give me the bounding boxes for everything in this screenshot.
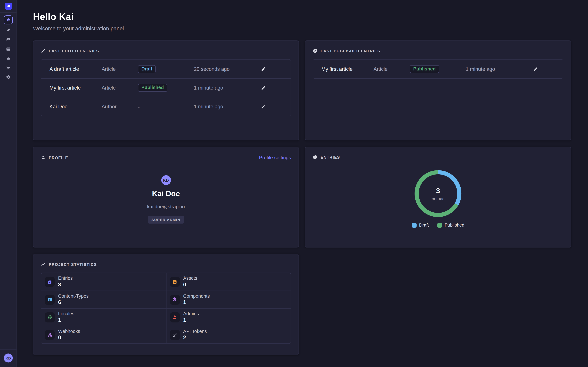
globe-icon (45, 312, 55, 322)
card-header: LAST EDITED ENTRIES (41, 48, 291, 53)
status-empty: - (138, 104, 140, 109)
page-subtitle: Welcome to your administration panel (33, 25, 571, 32)
published-color-chip (437, 223, 442, 227)
page-title: Hello Kai (33, 11, 571, 22)
table-row[interactable]: My first article Article Published 1 min… (313, 59, 563, 78)
edit-entry-button[interactable] (533, 67, 538, 71)
stat-label: Admins (183, 311, 199, 317)
cart-icon (6, 65, 11, 70)
entries-card: ENTRIES 3 entries (305, 147, 571, 248)
strapi-logo-icon[interactable] (5, 3, 12, 10)
stat-value: 0 (58, 334, 80, 341)
edit-entry-button[interactable] (261, 85, 266, 90)
status-badge: Published (138, 84, 167, 92)
card-title: ENTRIES (321, 155, 340, 159)
entries-donut-chart: 3 entries (414, 170, 462, 217)
profile-name: Kai Doe (152, 190, 180, 198)
sidebar-item-deploy[interactable] (4, 53, 13, 63)
pencil-icon (41, 48, 46, 53)
entries-count: 3 (436, 187, 440, 195)
card-header: PROJECT STATISTICS (41, 262, 291, 267)
entry-kind: Article (102, 66, 138, 72)
card-title: LAST PUBLISHED ENTRIES (321, 49, 380, 53)
legend-item-published: Published (437, 223, 464, 228)
entry-kind: Article (102, 85, 138, 91)
stat-components: Components 1 (166, 291, 291, 308)
card-header: LAST PUBLISHED ENTRIES (313, 48, 563, 53)
pencil-icon (261, 104, 266, 109)
stat-value: 6 (58, 299, 89, 306)
stat-value: 1 (58, 317, 74, 323)
sidebar-item-content-type-builder[interactable] (4, 44, 13, 53)
table-row[interactable]: My first article Article Published 1 min… (41, 78, 291, 97)
sidebar-item-content-manager[interactable] (4, 25, 13, 35)
card-title: PROFILE (49, 155, 68, 160)
user-avatar[interactable]: KD (4, 353, 13, 362)
sidebar-item-marketplace[interactable] (4, 63, 13, 72)
legend-label: Published (445, 223, 464, 228)
status-badge: Draft (138, 65, 156, 73)
profile-email: kai.doe@strapi.io (147, 204, 185, 209)
entries-count-label: entries (432, 196, 444, 201)
pencil-icon (533, 67, 538, 71)
check-circle-icon (313, 48, 318, 53)
person-icon (41, 155, 46, 160)
legend-item-draft: Draft (412, 223, 429, 228)
profile-settings-link[interactable]: Profile settings (259, 155, 291, 160)
stat-label: Content-Types (58, 293, 89, 299)
profile-card: PROFILE Profile settings KD Kai Doe kai.… (33, 147, 299, 248)
sidebar-item-settings[interactable] (4, 72, 13, 82)
sidebar-nav (4, 15, 13, 82)
edit-entry-button[interactable] (261, 67, 266, 71)
puzzle-icon (170, 295, 180, 305)
stat-value: 1 (183, 299, 210, 306)
last-edited-table: A draft article Article Draft 20 seconds… (41, 59, 291, 116)
gear-icon (6, 75, 11, 79)
feather-icon (6, 28, 11, 33)
entry-name: A draft article (50, 66, 102, 72)
key-icon (170, 330, 180, 340)
stat-label: Assets (183, 276, 197, 281)
sidebar-item-media-library[interactable] (4, 35, 13, 44)
stat-api-tokens: API Tokens 2 (166, 326, 291, 343)
edit-entry-button[interactable] (261, 104, 266, 109)
card-header: PROFILE Profile settings (41, 155, 291, 160)
webhook-icon (45, 330, 55, 340)
project-statistics-card: PROJECT STATISTICS Entries 3 (33, 254, 299, 355)
legend-label: Draft (419, 223, 429, 228)
images-icon (6, 37, 11, 42)
draft-color-chip (412, 223, 416, 227)
entry-updated: 1 minute ago (194, 85, 261, 91)
entry-name: Kai Doe (50, 104, 102, 109)
table-row[interactable]: A draft article Article Draft 20 seconds… (41, 59, 291, 78)
documents-icon (45, 277, 55, 287)
home-icon (6, 18, 11, 22)
table-row[interactable]: Kai Doe Author - 1 minute ago (41, 97, 291, 116)
role-badge: SUPER ADMIN (148, 216, 184, 224)
stat-value: 1 (183, 317, 199, 323)
stat-label: Components (183, 293, 210, 299)
sidebar-item-home[interactable] (4, 15, 13, 24)
stat-value: 3 (58, 281, 73, 288)
cards-grid: LAST EDITED ENTRIES A draft article Arti… (33, 41, 571, 355)
entry-kind: Author (102, 104, 138, 109)
entry-updated: 1 minute ago (466, 66, 533, 72)
picture-icon (170, 277, 180, 287)
card-header: ENTRIES (313, 155, 563, 159)
donut-legend: Draft Published (412, 223, 464, 228)
stat-webhooks: Webhooks 0 (41, 326, 166, 343)
donut-center: 3 entries (414, 170, 462, 217)
stat-label: API Tokens (183, 329, 207, 334)
sidebar: KD (0, 0, 17, 367)
stat-value: 0 (183, 281, 197, 288)
status-badge: Published (410, 65, 439, 73)
last-published-entries-card: LAST PUBLISHED ENTRIES My first article … (305, 41, 571, 141)
strapi-logo-glyph (6, 4, 11, 9)
pie-chart-icon (313, 155, 318, 159)
sidebar-footer: KD (0, 349, 17, 367)
entry-name: My first article (50, 85, 102, 91)
card-title: LAST EDITED ENTRIES (49, 49, 99, 53)
user-icon (170, 312, 180, 322)
entry-kind: Article (373, 66, 410, 72)
pencil-icon (261, 67, 266, 71)
